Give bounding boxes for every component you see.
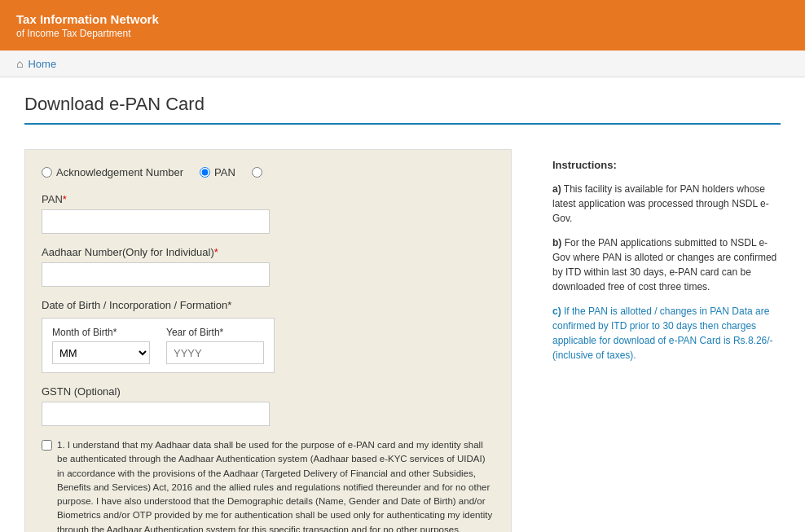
breadcrumb: ⌂ Home	[0, 51, 805, 77]
dob-section: Date of Birth / Incorporation / Formatio…	[42, 299, 495, 373]
aadhaar-input[interactable]	[42, 262, 270, 287]
gstn-field-group: GSTN (Optional)	[42, 385, 495, 426]
pan-input[interactable]	[42, 209, 270, 234]
year-field-group: Year of Birth*	[166, 327, 264, 364]
dob-fields-container: Month of Birth* MM 01 02 03 04 05 06 07 …	[42, 318, 275, 373]
aadhaar-label: Aadhaar Number(Only for Individual)*	[42, 246, 495, 258]
radio-pan-input[interactable]	[200, 167, 210, 178]
instruction-c: c) If the PAN is allotted / changes in P…	[552, 304, 781, 363]
pan-field-group: PAN*	[42, 193, 495, 234]
month-select[interactable]: MM 01 02 03 04 05 06 07 08 09 10 11 12	[52, 341, 150, 364]
radio-acknowledgement-label: Acknowledgement Number	[56, 166, 183, 178]
terms-section: 1. I understand that my Aadhaar data sha…	[42, 438, 495, 532]
radio-other[interactable]	[252, 167, 266, 178]
home-link[interactable]: Home	[28, 58, 56, 70]
radio-pan[interactable]: PAN	[200, 166, 235, 178]
year-label: Year of Birth*	[166, 327, 264, 338]
radio-acknowledgement[interactable]: Acknowledgement Number	[42, 166, 183, 178]
instructions-section: Instructions: a) This facility is availa…	[536, 149, 781, 532]
gstn-input[interactable]	[42, 402, 270, 426]
instructions-title: Instructions:	[552, 157, 781, 174]
aadhaar-field-group: Aadhaar Number(Only for Individual)*	[42, 246, 495, 287]
month-label: Month of Birth*	[52, 327, 150, 338]
instruction-a: a) This facility is available for PAN ho…	[552, 182, 781, 226]
instruction-b: b) For the PAN applications submitted to…	[552, 235, 781, 294]
radio-pan-label: PAN	[214, 166, 235, 178]
radio-other-input[interactable]	[252, 167, 262, 178]
search-type-radio-group: Acknowledgement Number PAN	[42, 166, 495, 178]
main-content: Acknowledgement Number PAN PAN* Aadhaar …	[0, 133, 805, 532]
year-input[interactable]	[166, 341, 264, 364]
pan-label: PAN*	[42, 193, 495, 205]
home-icon: ⌂	[16, 57, 23, 70]
month-field-group: Month of Birth* MM 01 02 03 04 05 06 07 …	[52, 327, 150, 364]
dob-label: Date of Birth / Incorporation / Formatio…	[42, 299, 495, 311]
form-section: Acknowledgement Number PAN PAN* Aadhaar …	[24, 149, 512, 532]
term-1-text: 1. I understand that my Aadhaar data sha…	[57, 438, 495, 532]
radio-acknowledgement-input[interactable]	[42, 167, 52, 178]
page-title: Download e-PAN Card	[24, 94, 781, 115]
term-1-checkbox[interactable]	[42, 440, 52, 451]
site-title-line2: of Income Tax Department	[16, 28, 159, 39]
site-title-line1: Tax Information Network	[16, 11, 159, 28]
page-title-section: Download e-PAN Card	[0, 77, 805, 133]
site-header: Tax Information Network of Income Tax De…	[0, 0, 805, 51]
gstn-label: GSTN (Optional)	[42, 385, 495, 398]
term-1-row: 1. I understand that my Aadhaar data sha…	[42, 438, 495, 532]
title-divider	[24, 123, 781, 125]
